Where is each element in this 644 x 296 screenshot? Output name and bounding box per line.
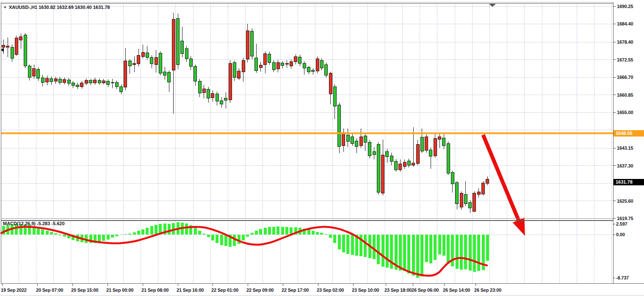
price-tick-label: 1655.00 (617, 109, 633, 115)
time-tick-label: 22 Sep 09:00 (246, 287, 274, 293)
time-tick-label: 26 Sep 23:00 (474, 287, 501, 293)
panel-borders (0, 2, 644, 296)
price-tick-label: 1684.40 (617, 21, 633, 27)
time-tick-label: 21 Sep 16:00 (177, 287, 204, 293)
macd-scale-max: 2.597 (616, 221, 627, 227)
time-tick-label: 23 Sep 02:00 (317, 287, 344, 293)
price-tick-label: 1637.30 (617, 163, 633, 169)
time-tick-label: 26 Sep 14:00 (443, 287, 470, 293)
trading-app-window: { "title": {"text": "XAUUSD-,H1 1630.82 … (0, 0, 644, 296)
macd-scale-min: -8.737 (616, 275, 629, 281)
time-tick-label: 23 Sep 18:00 (384, 287, 412, 293)
time-tick-label: 26 Sep 06:00 (412, 287, 439, 293)
chart-title-text: XAUUSD-,H1 1630.82 1632.69 1630.40 1631.… (9, 5, 110, 10)
time-tick-label: 20 Sep 07:00 (36, 287, 63, 293)
price-tick-label: 1672.55 (617, 57, 633, 63)
time-tick-label: 21 Sep 08:00 (141, 287, 169, 293)
time-tick-label: 21 Sep 00:00 (106, 287, 133, 293)
time-grid (19, 3, 612, 283)
price-tick-label: 1625.60 (617, 198, 633, 204)
price-tick-label: 1660.85 (617, 92, 633, 98)
price-tick-label: 1666.70 (617, 74, 633, 80)
time-tick-label: 22 Sep 17:00 (282, 287, 309, 293)
macd-scale-zero: 0.00 (616, 232, 625, 237)
time-tick-label: 19 Sep 2022 (1, 287, 27, 293)
price-grid (1, 6, 613, 218)
price-tick-label: 1619.75 (617, 215, 633, 221)
price-tick-label: 1643.15 (617, 145, 633, 151)
hline-price-tag: 1648.06 (614, 130, 644, 137)
current-price-tag: 1631.78 (614, 179, 644, 185)
symbol-dropdown-icon[interactable]: ▼ (3, 6, 7, 9)
price-tick-label: 1678.40 (617, 39, 633, 45)
time-tick-label: 23 Sep 10:00 (352, 287, 379, 293)
price-tick-label: 1690.25 (617, 3, 633, 9)
macd-indicator-label: MACD(12,26,9) -5.283 -5.620 (3, 221, 65, 226)
chart-title: ▼XAUUSD-,H1 1630.82 1632.69 1630.40 1631… (3, 5, 110, 10)
left-edge-marker-icon (1, 47, 4, 52)
axis-ticks (2, 6, 616, 286)
time-tick-label: 22 Sep 01:00 (211, 287, 238, 293)
chart-canvas[interactable] (0, 0, 644, 296)
time-tick-label: 20 Sep 15:00 (71, 287, 98, 293)
